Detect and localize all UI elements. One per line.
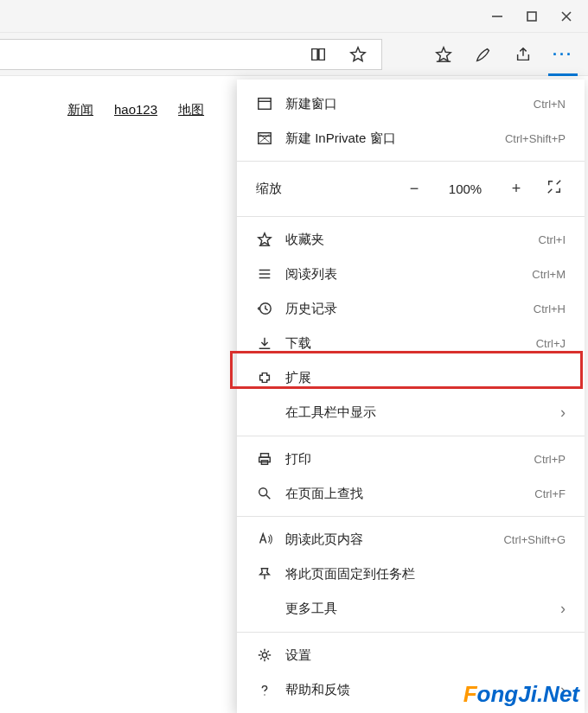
menu-label: 新建窗口 [285,96,521,112]
zoom-in-button[interactable]: + [505,180,527,198]
settings-menu: 新建窗口 Ctrl+N 新建 InPrivate 窗口 Ctrl+Shift+P… [237,80,585,713]
page-nav-links: 新闻 hao123 地图 [67,102,204,118]
menu-separator [237,161,585,162]
reading-list-icon [256,265,273,283]
toolbar-row: ··· [0,33,588,76]
menu-history[interactable]: 历史记录 Ctrl+H [237,291,585,326]
svg-point-19 [262,653,266,657]
menu-show-in-toolbar[interactable]: 在工具栏中显示 › [237,395,585,430]
nav-link-news[interactable]: 新闻 [67,102,93,118]
menu-label: 新建 InPrivate 窗口 [285,131,493,147]
fullscreen-button[interactable] [543,179,566,199]
menu-separator [237,216,585,217]
print-icon [256,450,273,468]
menu-separator [237,632,585,633]
nav-link-map[interactable]: 地图 [178,102,204,118]
window-icon [256,95,273,112]
menu-shortcut: Ctrl+P [534,453,566,466]
toolbar-actions: ··· [382,45,588,64]
zoom-out-button[interactable]: − [403,180,425,198]
svg-rect-5 [259,99,271,110]
star-icon [256,231,273,248]
maximize-button[interactable] [526,10,538,22]
chevron-right-icon: › [560,404,566,422]
menu-settings[interactable]: 设置 [237,638,585,672]
menu-shortcut: Ctrl+M [532,268,566,281]
menu-read-aloud[interactable]: 朗读此页内容 Ctrl+Shift+G [237,522,585,557]
chevron-right-icon: › [560,600,566,618]
menu-shortcut: Ctrl+F [534,487,566,500]
extensions-icon [256,369,273,386]
svg-rect-15 [259,457,271,462]
close-button[interactable] [560,10,572,22]
menu-shortcut: Ctrl+J [536,337,566,350]
pin-icon [256,565,273,582]
zoom-label: 缩放 [256,181,387,197]
menu-separator [237,436,585,436]
menu-label: 在工具栏中显示 [285,404,548,421]
menu-shortcut: Ctrl+Shift+G [503,533,566,546]
more-button[interactable]: ··· [553,45,572,64]
menu-new-window[interactable]: 新建窗口 Ctrl+N [237,86,585,121]
menu-downloads[interactable]: 下载 Ctrl+J [237,326,585,360]
menu-shortcut: Ctrl+N [534,98,566,111]
address-bar[interactable] [0,39,382,70]
svg-rect-1 [527,12,536,21]
menu-find[interactable]: 在页面上查找 Ctrl+F [237,476,585,511]
menu-print[interactable]: 打印 Ctrl+P [237,442,585,476]
favorites-hub-icon[interactable] [434,45,453,64]
history-icon [256,300,273,317]
menu-label: 扩展 [285,370,566,386]
menu-new-inprivate[interactable]: 新建 InPrivate 窗口 Ctrl+Shift+P [237,121,585,156]
svg-point-17 [259,488,267,496]
favorite-star-icon[interactable] [348,45,368,64]
menu-separator [237,516,585,517]
download-icon [256,334,273,352]
menu-label: 更多工具 [285,601,548,617]
menu-shortcut: Ctrl+Shift+P [505,132,566,145]
minimize-button[interactable] [491,10,503,22]
menu-label: 历史记录 [285,301,521,317]
menu-label: 将此页面固定到任务栏 [285,566,566,582]
reading-view-icon[interactable] [309,45,328,64]
menu-shortcut: Ctrl+I [539,233,566,246]
menu-zoom: 缩放 − 100% + [237,167,585,211]
menu-label: 设置 [285,647,566,664]
menu-label: 在页面上查找 [285,486,522,502]
menu-reading-list[interactable]: 阅读列表 Ctrl+M [237,257,585,291]
search-icon [256,485,273,502]
inprivate-icon [256,130,273,147]
watermark: FongJi.Net [463,681,579,708]
menu-label: 阅读列表 [285,266,520,283]
menu-label: 打印 [285,451,522,468]
watermark-rest: ongJi.Net [477,681,579,707]
menu-pin[interactable]: 将此页面固定到任务栏 [237,557,585,591]
svg-line-18 [266,495,271,500]
menu-label: 朗读此页内容 [285,532,491,548]
help-icon [256,682,273,699]
window-titlebar [0,0,588,33]
read-aloud-icon [256,531,273,548]
menu-label: 收藏夹 [285,232,527,248]
watermark-f: F [463,681,477,707]
nav-link-hao123[interactable]: hao123 [114,102,157,118]
menu-shortcut: Ctrl+H [534,302,566,315]
notes-icon[interactable] [474,45,493,64]
zoom-value: 100% [441,181,489,196]
gear-icon [256,646,273,664]
menu-favorites[interactable]: 收藏夹 Ctrl+I [237,222,585,257]
menu-more-tools[interactable]: 更多工具 › [237,591,585,627]
menu-label: 下载 [285,335,524,352]
menu-extensions[interactable]: 扩展 [237,360,585,395]
more-icon: ··· [553,47,573,62]
share-icon[interactable] [514,45,533,64]
